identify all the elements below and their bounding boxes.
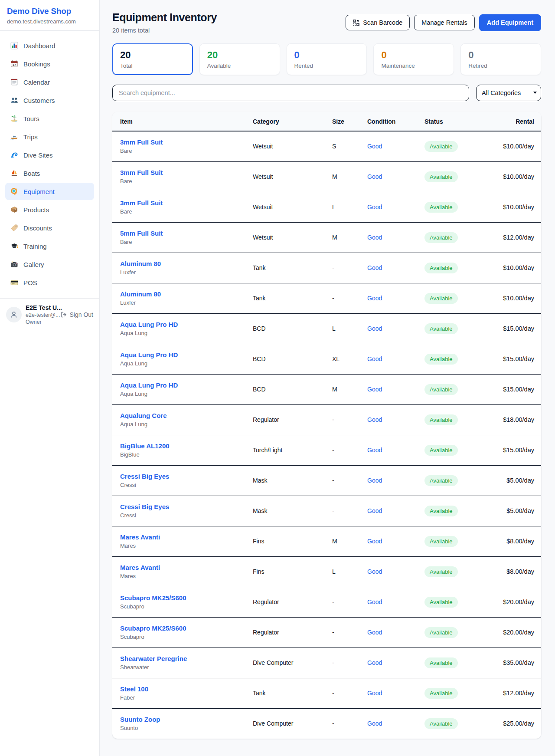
brand-title: Demo Dive Shop (7, 7, 92, 16)
item-name-link[interactable]: Aqualung Core (120, 412, 253, 419)
table-row: BigBlue AL1200 BigBlue Torch/Light - Goo… (112, 435, 541, 465)
condition-link[interactable]: Good (367, 204, 382, 210)
item-name-link[interactable]: Aluminum 80 (120, 260, 253, 267)
rental-price: $8.00/day (477, 526, 541, 556)
user-role: Owner (26, 319, 56, 325)
sidebar-item-pos[interactable]: POS (5, 274, 94, 291)
rental-price: $10.00/day (477, 253, 541, 283)
item-brand: Aqua Lung (120, 421, 253, 427)
rental-price: $15.00/day (477, 374, 541, 404)
sidebar-item-tours[interactable]: Tours (5, 110, 94, 127)
sidebar-item-trips[interactable]: Trips (5, 128, 94, 145)
item-category: Tank (253, 283, 332, 313)
sidebar-item-label: Tours (23, 115, 39, 122)
item-name-link[interactable]: Shearwater Peregrine (120, 655, 253, 662)
add-equipment-button[interactable]: Add Equipment (479, 14, 541, 31)
item-name-link[interactable]: Cressi Big Eyes (120, 503, 253, 510)
condition-link[interactable]: Good (367, 416, 382, 423)
item-name-link[interactable]: 3mm Full Suit (120, 138, 253, 146)
item-size: XL (332, 344, 367, 374)
stat-card-retired[interactable]: 0 Retired (460, 43, 541, 75)
item-name-link[interactable]: Aqua Lung Pro HD (120, 351, 253, 358)
item-name-link[interactable]: BigBlue AL1200 (120, 442, 253, 450)
item-name-link[interactable]: 3mm Full Suit (120, 199, 253, 207)
item-name-link[interactable]: Mares Avanti (120, 533, 253, 541)
stat-value: 0 (294, 49, 359, 61)
table-row: 5mm Full Suit Bare Wetsuit M Good Availa… (112, 222, 541, 253)
condition-link[interactable]: Good (367, 295, 382, 302)
column-header-category: Category (253, 112, 332, 131)
condition-link[interactable]: Good (367, 234, 382, 241)
table-row: Cressi Big Eyes Cressi Mask - Good Avail… (112, 496, 541, 526)
item-name-link[interactable]: Cressi Big Eyes (120, 473, 253, 480)
table-row: 3mm Full Suit Bare Wetsuit M Good Availa… (112, 161, 541, 192)
svg-text:17: 17 (13, 63, 16, 66)
category-select[interactable]: All Categories (476, 85, 541, 101)
table-header-row: Item Category Size Condition Status Rent… (112, 112, 541, 131)
item-name-link[interactable]: Mares Avanti (120, 564, 253, 571)
sign-out-button[interactable]: Sign Out (60, 311, 93, 318)
table-row: Shearwater Peregrine Shearwater Dive Com… (112, 648, 541, 678)
item-size: - (332, 404, 367, 435)
condition-link[interactable]: Good (367, 690, 382, 697)
item-name-link[interactable]: Scubapro MK25/S600 (120, 625, 253, 632)
search-input[interactable] (112, 85, 469, 101)
rental-price: $15.00/day (477, 313, 541, 344)
condition-link[interactable]: Good (367, 629, 382, 636)
sidebar-item-dashboard[interactable]: Dashboard (5, 37, 94, 54)
item-name-link[interactable]: Suunto Zoop (120, 716, 253, 723)
item-brand: Suunto (120, 725, 253, 731)
rental-price: $10.00/day (477, 283, 541, 313)
item-name-link[interactable]: Scubapro MK25/S600 (120, 594, 253, 602)
item-name-link[interactable]: Aluminum 80 (120, 290, 253, 298)
condition-link[interactable]: Good (367, 720, 382, 727)
condition-link[interactable]: Good (367, 507, 382, 514)
item-name-link[interactable]: 3mm Full Suit (120, 169, 253, 176)
stat-card-maintenance[interactable]: 0 Maintenance (373, 43, 454, 75)
stat-label: Available (207, 62, 272, 69)
item-category: Regulator (253, 617, 332, 648)
item-name-link[interactable]: Steel 100 (120, 685, 253, 693)
rental-price: $10.00/day (477, 131, 541, 161)
rental-price: $10.00/day (477, 161, 541, 192)
condition-link[interactable]: Good (367, 659, 382, 666)
condition-link[interactable]: Good (367, 264, 382, 271)
avatar (6, 307, 22, 322)
status-badge: Available (424, 384, 458, 395)
condition-link[interactable]: Good (367, 325, 382, 332)
item-brand: Luxfer (120, 269, 253, 276)
condition-link[interactable]: Good (367, 173, 382, 180)
sidebar-item-discounts[interactable]: Discounts (5, 219, 94, 237)
stat-card-available[interactable]: 20 Available (199, 43, 280, 75)
condition-link[interactable]: Good (367, 568, 382, 575)
table-row: Aluminum 80 Luxfer Tank - Good Available… (112, 253, 541, 283)
item-name-link[interactable]: 5mm Full Suit (120, 230, 253, 237)
sidebar-item-label: Gallery (23, 261, 44, 268)
item-size: S (332, 131, 367, 161)
condition-link[interactable]: Good (367, 538, 382, 545)
main-content: Equipment Inventory 20 items total Scan … (100, 0, 555, 739)
condition-link[interactable]: Good (367, 355, 382, 362)
sidebar-item-gallery[interactable]: Gallery (5, 256, 94, 273)
category-select-wrap: All Categories (476, 85, 541, 101)
sidebar-item-boats[interactable]: Boats (5, 164, 94, 182)
condition-link[interactable]: Good (367, 447, 382, 454)
condition-link[interactable]: Good (367, 598, 382, 605)
sidebar-item-bookings[interactable]: 17 Bookings (5, 55, 94, 72)
condition-link[interactable]: Good (367, 386, 382, 393)
stat-card-rented[interactable]: 0 Rented (287, 43, 367, 75)
item-name-link[interactable]: Aqua Lung Pro HD (120, 321, 253, 328)
stat-card-total[interactable]: 20 Total (112, 43, 193, 75)
training-icon (10, 242, 18, 250)
condition-link[interactable]: Good (367, 143, 382, 150)
sidebar-item-products[interactable]: Products (5, 201, 94, 218)
sidebar-item-equipment[interactable]: Equipment (5, 183, 94, 200)
scan-barcode-button[interactable]: Scan Barcode (346, 15, 410, 30)
sidebar-item-training[interactable]: Training (5, 237, 94, 255)
condition-link[interactable]: Good (367, 477, 382, 484)
item-name-link[interactable]: Aqua Lung Pro HD (120, 381, 253, 389)
sidebar-item-dive-sites[interactable]: Dive Sites (5, 146, 94, 164)
sidebar-item-calendar[interactable]: Calendar (5, 73, 94, 91)
manage-rentals-button[interactable]: Manage Rentals (414, 15, 475, 30)
sidebar-item-customers[interactable]: Customers (5, 92, 94, 109)
